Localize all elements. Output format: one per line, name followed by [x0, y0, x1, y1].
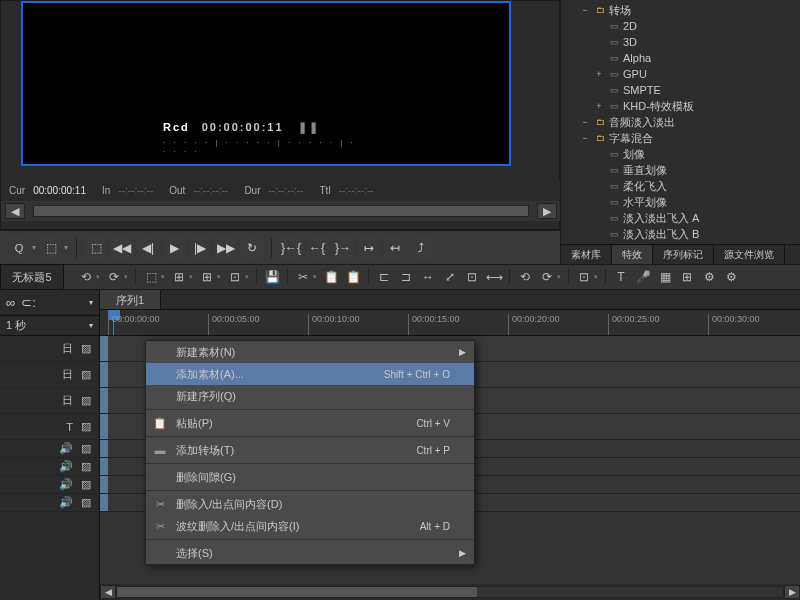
toolbar-button-5[interactable]: ⊞: [197, 267, 217, 287]
magnet-icon[interactable]: ⊂:: [21, 295, 36, 310]
tree-toggle-icon[interactable]: +: [593, 69, 605, 79]
timeline-zoom[interactable]: 1 秒 ▾: [0, 316, 99, 336]
track-icon[interactable]: ▨: [81, 478, 91, 491]
toolbar-button-17[interactable]: ⤢: [440, 267, 460, 287]
toolbar-button-8[interactable]: 💾: [262, 267, 282, 287]
fx-tree-item[interactable]: ▭水平划像: [561, 194, 800, 210]
fx-tab-0[interactable]: 素材库: [561, 245, 612, 264]
play-button[interactable]: ▶: [163, 237, 185, 259]
track-header-3[interactable]: T▨: [0, 414, 99, 440]
q-button[interactable]: Q: [8, 237, 30, 259]
scroll-thumb[interactable]: [117, 587, 477, 597]
toolbar-button-12[interactable]: 📋: [343, 267, 363, 287]
track-icon[interactable]: 日: [62, 341, 73, 356]
fx-tab-2[interactable]: 序列标记: [653, 245, 714, 264]
toolbar-button-22[interactable]: ⟳: [537, 267, 557, 287]
track-header-1[interactable]: 日▨: [0, 362, 99, 388]
goto-out-button[interactable]: }→: [332, 237, 354, 259]
context-menu-item-1[interactable]: 添加素材(A)...Shift + Ctrl + O: [146, 363, 474, 385]
track-icon[interactable]: 日: [62, 367, 73, 382]
context-menu-item-8[interactable]: 删除间隙(G): [146, 466, 474, 488]
fx-tab-1[interactable]: 特效: [612, 245, 653, 264]
scroll-left-button[interactable]: ◀: [100, 585, 116, 599]
scroll-track[interactable]: [116, 586, 784, 598]
zoom-dropdown-icon[interactable]: ▾: [89, 321, 93, 330]
tree-toggle-icon[interactable]: −: [579, 5, 591, 15]
fx-tree-item[interactable]: ▭SMPTE: [561, 82, 800, 98]
fx-tree-item[interactable]: ▭垂直划像: [561, 162, 800, 178]
track-icon[interactable]: 🔊: [59, 442, 73, 455]
toolbar-button-15[interactable]: ⊐: [396, 267, 416, 287]
toolbar-button-16[interactable]: ↔: [418, 267, 438, 287]
rewind-button[interactable]: ◀◀: [111, 237, 133, 259]
toolbar-button-21[interactable]: ⟲: [515, 267, 535, 287]
toolbar-button-0[interactable]: ⟲: [76, 267, 96, 287]
track-header-4[interactable]: 🔊▨: [0, 440, 99, 458]
fastfwd-button[interactable]: ▶▶: [215, 237, 237, 259]
toolbar-button-24[interactable]: ⊡: [574, 267, 594, 287]
toolbar-button-11[interactable]: 📋: [321, 267, 341, 287]
tree-toggle-icon[interactable]: −: [579, 133, 591, 143]
infinity-icon[interactable]: ∞: [6, 295, 15, 310]
scrub-track[interactable]: [33, 205, 529, 217]
scrub-next-button[interactable]: ▶: [537, 203, 557, 219]
toolbar-button-1[interactable]: ⟳: [104, 267, 124, 287]
toolbar-button-14[interactable]: ⊏: [374, 267, 394, 287]
toolbar-button-4[interactable]: ⊞: [169, 267, 189, 287]
track-header-5[interactable]: 🔊▨: [0, 458, 99, 476]
track-icon[interactable]: ▨: [81, 420, 91, 433]
fx-tree-item[interactable]: −🗀转场: [561, 2, 800, 18]
context-menu-item-13[interactable]: 选择(S)▶: [146, 542, 474, 564]
sequence-tab-1[interactable]: 序列1: [100, 290, 161, 309]
mark-in-button[interactable]: }←{: [280, 237, 302, 259]
tree-toggle-icon[interactable]: −: [579, 117, 591, 127]
fx-tree-item[interactable]: +▭GPU: [561, 66, 800, 82]
fx-tree-item[interactable]: −🗀音频淡入淡出: [561, 114, 800, 130]
dropdown-icon[interactable]: ▾: [89, 298, 93, 307]
toolbar-button-30[interactable]: ⚙: [699, 267, 719, 287]
toolbar-button-31[interactable]: ⚙: [721, 267, 741, 287]
goto-in-button[interactable]: ←{: [306, 237, 328, 259]
stepfwd-button[interactable]: |▶: [189, 237, 211, 259]
track-icon[interactable]: 日: [62, 393, 73, 408]
toolbar-button-3[interactable]: ⬚: [141, 267, 161, 287]
mark2-button[interactable]: ↤: [384, 237, 406, 259]
toolbar-button-28[interactable]: ▦: [655, 267, 675, 287]
fx-tree-item[interactable]: ▭Alpha: [561, 50, 800, 66]
track-icon[interactable]: ▨: [81, 496, 91, 509]
track-icon[interactable]: ▨: [81, 460, 91, 473]
track-header-7[interactable]: 🔊▨: [0, 494, 99, 512]
effects-tree[interactable]: −🗀转场▭2D▭3D▭Alpha+▭GPU▭SMPTE+▭KHD-特效模板−🗀音…: [561, 0, 800, 264]
context-menu-item-0[interactable]: 新建素材(N)▶: [146, 341, 474, 363]
track-icon[interactable]: 🔊: [59, 478, 73, 491]
track-header-2[interactable]: 日▨: [0, 388, 99, 414]
toolbar-button-18[interactable]: ⊡: [462, 267, 482, 287]
fx-tree-item[interactable]: ▭淡入淡出飞入 A: [561, 210, 800, 226]
fx-tree-item[interactable]: +▭KHD-特效模板: [561, 98, 800, 114]
track-icon[interactable]: T: [66, 421, 73, 433]
track-icon[interactable]: ▨: [81, 442, 91, 455]
track-icon[interactable]: ▨: [81, 342, 91, 355]
track-icon[interactable]: 🔊: [59, 496, 73, 509]
q2-button[interactable]: ⬚: [40, 237, 62, 259]
fx-tab-3[interactable]: 源文件浏览: [714, 245, 785, 264]
toolbar-button-6[interactable]: ⊡: [225, 267, 245, 287]
loop-button[interactable]: ↻: [241, 237, 263, 259]
toolbar-button-10[interactable]: ✂: [293, 267, 313, 287]
fx-tree-item[interactable]: −🗀字幕混合: [561, 130, 800, 146]
timeline-ruler[interactable]: 00:00:00:0000:00:05:0000:00:10:0000:00:1…: [100, 310, 800, 336]
preview-video-area[interactable]: Rcd 00:00:00:11 ❚❚ · · · · · | · · · · ·…: [21, 1, 511, 166]
stepback-button[interactable]: ◀|: [137, 237, 159, 259]
fx-tree-item[interactable]: ▭柔化飞入: [561, 178, 800, 194]
fx-tree-item[interactable]: ▭划像: [561, 146, 800, 162]
toolbar-button-29[interactable]: ⊞: [677, 267, 697, 287]
toolbar-button-26[interactable]: T: [611, 267, 631, 287]
fx-tree-item[interactable]: ▭3D: [561, 34, 800, 50]
track-icon[interactable]: 🔊: [59, 460, 73, 473]
toolbar-button-19[interactable]: ⟷: [484, 267, 504, 287]
toolbar-button-27[interactable]: 🎤: [633, 267, 653, 287]
project-title-tab[interactable]: 无标题5: [0, 264, 64, 290]
export-button[interactable]: ⤴: [410, 237, 432, 259]
mark-button[interactable]: ↦: [358, 237, 380, 259]
track-header-6[interactable]: 🔊▨: [0, 476, 99, 494]
